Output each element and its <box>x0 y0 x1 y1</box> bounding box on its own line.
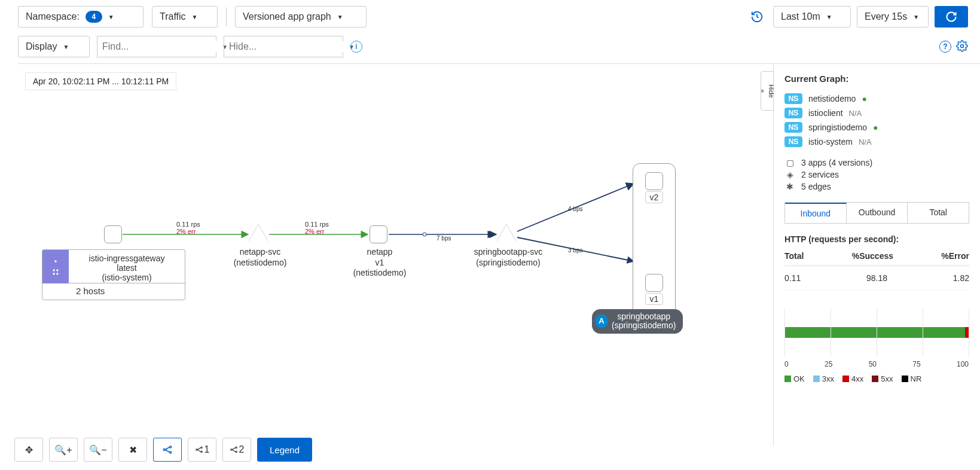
status-na: N/A <box>859 138 872 147</box>
hide-field[interactable] <box>229 41 349 52</box>
svg-point-24 <box>235 447 236 448</box>
chevron-down-icon: ▼ <box>337 14 343 20</box>
history-icon[interactable] <box>747 6 767 28</box>
svg-line-22 <box>197 450 201 452</box>
ns-badge: NS <box>784 136 802 147</box>
namespace-dropdown[interactable]: Namespace: 4 ▼ <box>18 6 144 28</box>
namespace-count-badge: 4 <box>86 11 102 23</box>
graph-time-window: Apr 20, 10:02:11 PM ... 10:12:11 PM <box>25 72 176 90</box>
edge-label-bps: 7 bps <box>436 235 451 242</box>
svg-point-14 <box>170 446 172 448</box>
svg-point-20 <box>200 451 202 452</box>
edge-label-bps: 3 bps <box>568 247 582 254</box>
metric-row: 0.11 98.18 1.82 <box>784 266 969 291</box>
node-label: springbootapp-svc(springistiodemo) <box>454 247 562 268</box>
svg-point-25 <box>235 451 236 452</box>
svg-line-21 <box>197 448 201 450</box>
node-group-pill[interactable]: A springbootapp (springistiodemo) <box>592 309 683 334</box>
chevron-down-icon: ▼ <box>63 44 69 50</box>
svg-point-23 <box>230 449 231 450</box>
chart-axis: 0255075100 <box>784 360 969 368</box>
refresh-button[interactable] <box>935 6 968 28</box>
help-icon[interactable]: ? <box>939 41 951 53</box>
layout-icon[interactable] <box>153 438 182 462</box>
ns-name[interactable]: netistiodemo <box>808 94 856 103</box>
edge-label-err: 2% err <box>176 228 200 235</box>
namespace-row: NS istio-system N/A <box>784 136 969 147</box>
node-card-istio-ingressgateway[interactable]: istio-ingressgateway latest (istio-syste… <box>42 249 185 300</box>
svg-point-0 <box>961 44 964 47</box>
interval-dropdown[interactable]: Every 15s ▼ <box>857 6 929 28</box>
namespace-label: Namespace: <box>26 11 80 22</box>
settings-icon[interactable] <box>956 40 968 54</box>
svg-point-7 <box>423 233 426 236</box>
node-netapp[interactable] <box>370 225 387 243</box>
node-istio-ingressgateway[interactable] <box>104 225 122 243</box>
tab-outbound[interactable]: Outbound <box>847 203 908 223</box>
ns-name[interactable]: istio-system <box>808 137 853 147</box>
chevron-down-icon: ▼ <box>826 14 832 20</box>
find-field[interactable] <box>102 41 222 52</box>
node-springbootapp-svc[interactable] <box>497 224 516 241</box>
fit-icon[interactable]: ✖ <box>118 438 147 462</box>
traffic-dropdown[interactable]: Traffic ▼ <box>152 6 218 28</box>
display-label: Display <box>26 41 57 52</box>
svg-line-17 <box>165 450 170 453</box>
legend-button[interactable]: Legend <box>257 438 312 462</box>
graph-canvas[interactable]: Apr 20, 10:02:11 PM ... 10:12:11 PM <box>18 64 773 446</box>
node-springbootapp-v2[interactable] <box>645 172 663 190</box>
node-label: netapp-svc(netistiodemo) <box>215 247 305 268</box>
group-ns: (springistiodemo) <box>612 321 676 330</box>
summary-services: 2 services <box>801 170 839 179</box>
apps-icon: ▢ <box>784 158 795 167</box>
status-na: N/A <box>849 109 862 118</box>
ns-name[interactable]: springistiodemo <box>808 123 867 132</box>
drag-icon[interactable]: ✥ <box>14 438 43 462</box>
side-panel-title: Current Graph: <box>784 74 969 84</box>
graph-bottom-toolbar: ✥ 🔍+ 🔍− ✖ 1 2 Legend <box>14 438 312 462</box>
http-section-title: HTTP (requests per second): <box>784 234 969 244</box>
node-group-springbootapp[interactable]: v2 v1 <box>633 163 676 319</box>
namespace-row: NS istioclient N/A <box>784 108 969 118</box>
namespace-row: NS springistiodemo ● <box>784 122 969 133</box>
svg-point-11 <box>53 273 55 275</box>
edge-label-err: 2% err <box>305 228 329 235</box>
graph-type-label: Versioned app graph <box>243 11 331 22</box>
time-range-dropdown[interactable]: Last 10m ▼ <box>773 6 851 28</box>
svg-point-19 <box>200 447 202 448</box>
ns-badge: NS <box>784 93 802 104</box>
namespace-row: NS netistiodemo ● <box>784 93 969 104</box>
hide-panel-toggle[interactable]: Hide » <box>761 71 774 111</box>
chevron-down-icon: ▼ <box>192 14 198 20</box>
zoom-in-icon[interactable]: 🔍+ <box>49 438 78 462</box>
node-card-hosts: 2 hosts <box>42 283 185 300</box>
info-icon[interactable]: i <box>350 41 362 53</box>
tab-inbound[interactable]: Inbound <box>785 203 847 223</box>
ns-badge: NS <box>784 108 802 118</box>
find-input[interactable]: ▼ <box>97 36 216 57</box>
chevron-right-icon: » <box>759 89 767 93</box>
metric-total: 0.11 <box>784 273 801 283</box>
metric-error: 1.82 <box>953 273 969 283</box>
layout-1-icon[interactable]: 1 <box>188 438 216 462</box>
hide-input[interactable]: ▼ <box>224 36 343 57</box>
interval-label: Every 15s <box>865 11 907 22</box>
svg-line-16 <box>165 447 170 450</box>
node-card-body: istio-ingressgateway latest (istio-syste… <box>69 250 185 283</box>
display-dropdown[interactable]: Display ▼ <box>18 36 90 57</box>
metric-header: Total %Success %Error <box>784 251 969 266</box>
zoom-out-icon[interactable]: 🔍− <box>84 438 112 462</box>
edge-label-rps: 0.11 rps <box>176 221 200 228</box>
layout-2-icon[interactable]: 2 <box>222 438 251 462</box>
traffic-tabs: Inbound Outbound Total <box>784 202 969 224</box>
traffic-label: Traffic <box>160 11 186 22</box>
edge-label-bps: 4 bps <box>568 206 582 212</box>
tab-total[interactable]: Total <box>908 203 969 223</box>
node-version-label: v1 <box>645 293 664 305</box>
graph-type-dropdown[interactable]: Versioned app graph ▼ <box>235 6 367 28</box>
ns-name[interactable]: istioclient <box>808 108 843 118</box>
time-range-label: Last 10m <box>781 11 820 22</box>
node-netapp-svc[interactable] <box>249 224 268 241</box>
summary-edges: 5 edges <box>801 182 831 191</box>
node-springbootapp-v1[interactable] <box>645 274 663 292</box>
